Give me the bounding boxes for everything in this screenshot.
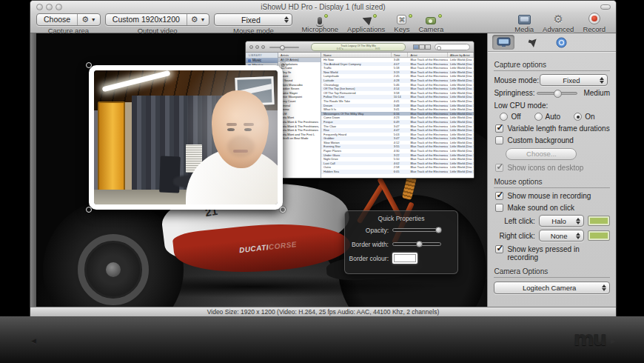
sidebar-tab-display[interactable] [492,35,514,50]
previous-screenshot-arrow-icon[interactable]: ◀ [31,337,36,344]
slider-thumb[interactable] [416,241,423,247]
toolbar-item-applications[interactable]: Applications [347,13,385,33]
checkbox-label: Show keys pressed in recording [507,245,610,262]
capture-preview: 21 DUCATICORSE [36,33,487,307]
webcam-overlay[interactable] [89,65,283,210]
record-dot [591,16,597,21]
quick-properties-title: Quick Properties [345,215,457,222]
checkbox-make-sound-on-click[interactable]: Make sound on click [495,204,610,212]
quick-prop-row: Border width: [345,238,457,250]
toolbar-item-label: Media [514,25,534,33]
radio-option-on[interactable]: On [574,113,594,121]
track-name: Hidden Sea [321,170,392,174]
checkbox-show-mouse-in-recording[interactable]: Show mouse in recording [495,192,610,200]
checkbox-label: Custom background [507,136,574,144]
radio-option-auto[interactable]: Auto [534,113,561,121]
sidebar-body: Capture optionsMouse mode:FixedSpringine… [488,52,616,294]
title-bar[interactable]: iShowU HD Pro - Display 1 (full sized) [30,1,616,13]
track-artist: Blue Track of the Electronica [408,170,448,174]
left-click-popup[interactable]: Halo [539,215,584,227]
status-led [373,14,377,18]
status-bar: Video Size: 1920 x 1200 (Video: H.264, 2… [30,307,616,316]
checkbox-icon [495,245,503,253]
status-led [409,14,412,18]
window-content: 21 DUCATICORSE [30,33,616,307]
checkbox-label: Show icons on desktop [507,164,583,172]
toolbar-item-label: Applications [347,25,385,33]
checkbox-icon [495,124,503,133]
itunes-volume-slider [269,47,299,48]
checkbox-custom-background[interactable]: Custom background [495,136,610,144]
preview-area: 21 DUCATICORSE [30,33,487,307]
toolbar-item-label: Camera [418,25,443,33]
popup-arrows-icon [576,233,580,239]
slider-thumb[interactable] [435,227,442,233]
output-video-button[interactable]: Custom 1920x1200 [106,14,187,25]
click-color-swatch[interactable] [588,216,610,226]
audio-icon [527,37,538,47]
advanced-icon: ⚙ [554,13,563,24]
itunes-artists-column: Artists All (19 Artists)CompilationsAC L… [278,53,321,179]
itunes-column-header: Name [321,53,392,57]
chevron-down-icon: ▼ [91,17,96,22]
slider-thumb[interactable] [554,90,562,98]
right-click-popup-value: None [546,232,572,240]
mouse-mode-popup[interactable]: Fixed [214,13,292,26]
window-title: iShowU HD Pro - Display 1 (full sized) [30,1,616,13]
zoom-button[interactable] [56,4,62,10]
setting-row: Springiness:Medium [494,89,610,97]
toolbar-item-record[interactable]: Record [583,13,606,33]
media-icon [518,15,531,24]
resize-handle-bottom-right[interactable] [280,207,286,213]
capture-area-gear-menu[interactable]: ⚙ ▼ [77,14,100,25]
toolbar-toggle-pill[interactable] [600,4,611,10]
toolbar-item-keys[interactable]: ⌘Keys [394,13,409,33]
toolbar-item-camera[interactable]: Camera [418,13,443,33]
applications-icon [360,14,372,25]
settings-sidebar: Capture optionsMouse mode:FixedSpringine… [487,33,616,307]
output-video-control: Custom 1920x1200 ⚙ ▼ [105,13,210,26]
right-click-popup[interactable]: None [539,230,584,242]
popup-arrows-icon [284,16,289,23]
resize-handle-top-right[interactable] [280,62,286,68]
toolbar-item-media[interactable]: Media [514,13,534,33]
checkbox-show-keys-pressed-in-recording[interactable]: Show keys pressed in recording [495,245,610,262]
minimize-button[interactable] [46,4,53,10]
section-header: Capture options [494,61,610,71]
status-led [324,14,328,18]
itunes-lcd-display: Track Legacy Of The Wily Mix 0:42 ▸—————… [311,43,406,51]
quick-prop-row: Opacity: [345,224,457,236]
checkbox-icon [495,164,503,172]
opacity-slider[interactable] [392,228,441,232]
border-colour-swatch[interactable] [392,253,417,264]
next-screenshot-arrow-icon[interactable]: ▶ [611,337,616,344]
quick-prop-label: Border width: [345,241,392,248]
itunes-traffic-lights [249,45,265,49]
resize-handle-bottom-left[interactable] [86,207,92,213]
radio-option-off[interactable]: Off [500,113,520,121]
status-text: Video Size: 1920 x 1200 (Video: H.264, 2… [207,308,439,316]
checkbox-show-icons-on-desktop: Show icons on desktop [495,164,610,172]
springiness-slider[interactable] [537,92,578,95]
popup-arrows-icon [602,284,606,291]
toolbar-item-microphone[interactable]: Microphone [301,13,338,33]
toolbar-item-advanced[interactable]: ⚙Advanced [543,13,574,33]
border-width-slider[interactable] [392,242,441,246]
click-effect-row: Left click:Halo [494,215,610,227]
output-video-gear-menu[interactable]: ⚙ ▼ [187,14,209,25]
mouse-mode-popup[interactable]: Fixed [540,74,608,86]
microphone-icon [318,17,322,24]
setting-row: Mouse mode:Fixed [494,74,610,86]
checkbox-variable-length-frame-durations[interactable]: Variable length frame durations [495,124,610,133]
toolbar-device-items: MicrophoneApplications⌘KeysCamera [297,13,448,33]
radio-label: Off [511,113,520,121]
click-color-swatch[interactable] [588,230,610,241]
sidebar-tab-camera-tab[interactable] [550,35,572,50]
sidebar-tab-audio[interactable] [521,35,543,50]
itunes-column-header: Album by Artist [448,53,474,57]
close-button[interactable] [36,4,43,10]
radio-icon [500,113,508,121]
choose-button[interactable]: Choose [37,14,77,25]
camera-device-popup[interactable]: Logitech Camera [494,282,610,294]
resize-handle-top-left[interactable] [86,62,92,68]
